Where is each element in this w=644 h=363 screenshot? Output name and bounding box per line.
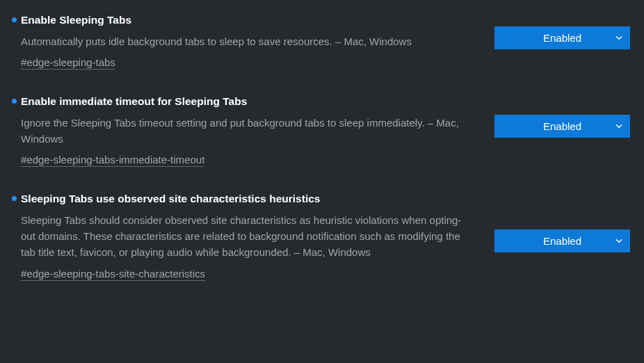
flag-entry: Sleeping Tabs use observed site characte… <box>0 179 644 292</box>
chevron-down-icon <box>615 122 622 129</box>
flag-entry: Enable immediate timeout for Sleeping Ta… <box>0 81 644 179</box>
flag-description: Sleeping Tabs should consider observed s… <box>21 212 474 261</box>
modified-indicator-icon <box>12 17 17 22</box>
flag-content: Enable immediate timeout for Sleeping Ta… <box>10 94 474 166</box>
flag-content: Sleeping Tabs use observed site characte… <box>10 191 474 280</box>
flag-title-row: Enable Sleeping Tabs <box>10 13 474 28</box>
flag-entry: Enable Sleeping Tabs Automatically puts … <box>0 0 644 81</box>
flag-anchor-link[interactable]: #edge-sleeping-tabs-immediate-timeout <box>21 154 204 166</box>
flag-title-row: Sleeping Tabs use observed site characte… <box>10 191 474 207</box>
flag-description: Ignore the Sleeping Tabs timeout setting… <box>21 115 474 147</box>
flag-state-dropdown[interactable]: Enabled <box>494 26 630 49</box>
modified-indicator-icon <box>12 196 17 201</box>
flag-title-row: Enable immediate timeout for Sleeping Ta… <box>10 94 474 109</box>
flag-state-dropdown[interactable]: Enabled <box>494 229 630 252</box>
flag-description: Automatically puts idle background tabs … <box>21 33 474 49</box>
flag-title: Enable Sleeping Tabs <box>21 13 131 28</box>
chevron-down-icon <box>615 238 622 245</box>
flag-anchor-link[interactable]: #edge-sleeping-tabs-site-characteristics <box>21 268 205 280</box>
flag-state-dropdown[interactable]: Enabled <box>494 115 630 138</box>
flag-select-wrap: Enabled <box>494 191 630 252</box>
flag-select-wrap: Enabled <box>494 13 630 49</box>
modified-indicator-icon <box>12 99 17 104</box>
dropdown-label: Enabled <box>543 235 581 247</box>
flag-title: Enable immediate timeout for Sleeping Ta… <box>21 94 247 109</box>
flag-content: Enable Sleeping Tabs Automatically puts … <box>10 13 474 69</box>
dropdown-label: Enabled <box>543 120 581 132</box>
dropdown-label: Enabled <box>543 32 581 44</box>
chevron-down-icon <box>615 35 622 42</box>
flag-anchor-link[interactable]: #edge-sleeping-tabs <box>21 56 115 68</box>
flag-select-wrap: Enabled <box>494 94 630 138</box>
flag-title: Sleeping Tabs use observed site characte… <box>21 191 320 207</box>
